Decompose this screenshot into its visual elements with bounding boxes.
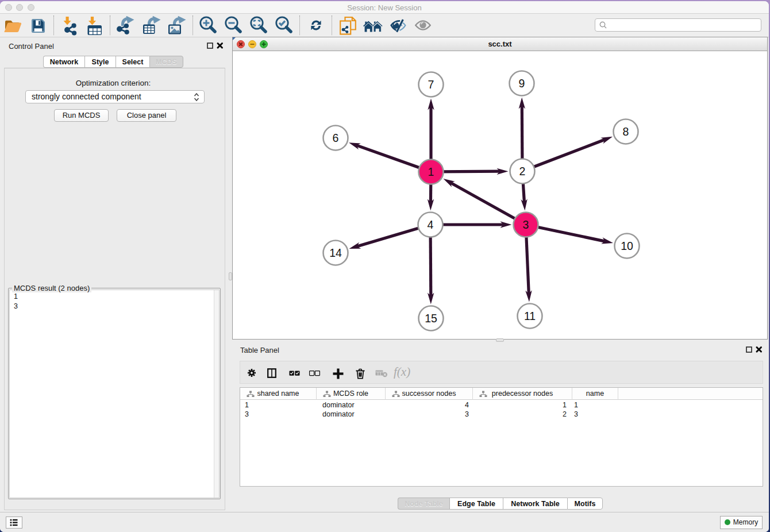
svg-text:3: 3 [523,218,529,231]
svg-text:4: 4 [428,218,434,231]
svg-text:11: 11 [524,310,536,322]
svg-text:9: 9 [519,77,525,90]
svg-text:6: 6 [333,132,339,144]
svg-text:8: 8 [623,125,629,138]
svg-text:10: 10 [621,240,633,252]
svg-text:2: 2 [519,165,526,178]
svg-text:7: 7 [428,78,434,91]
svg-text:14: 14 [329,246,342,259]
svg-text:1: 1 [428,165,434,178]
svg-text:15: 15 [425,312,437,325]
